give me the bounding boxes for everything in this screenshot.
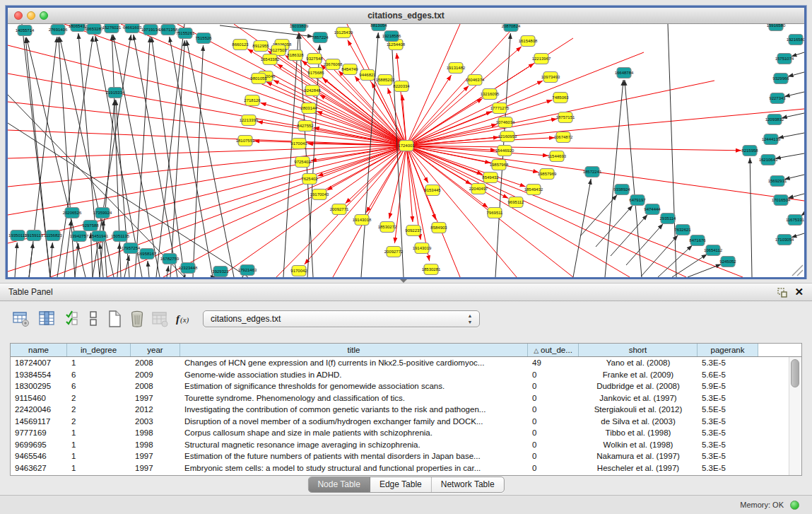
table-settings-icon[interactable]	[11, 309, 31, 329]
vertical-scrollbar[interactable]	[789, 357, 801, 475]
table-row[interactable]: 1456911722003Disruption of a novel membe…	[11, 416, 789, 428]
graph-node-label: 7485063	[552, 95, 569, 100]
scrollbar-thumb[interactable]	[791, 359, 799, 387]
graph-node-label: 75155261	[176, 31, 195, 35]
table-type-tabs: Node TableEdge TableNetwork Table	[307, 477, 504, 493]
tab-edge-table[interactable]: Edge Table	[370, 477, 432, 492]
import-table-icon	[150, 309, 170, 329]
graph-node-label: 9446821	[359, 73, 376, 77]
table-cell: 0	[528, 450, 579, 462]
table-cell: 5.3E-5	[698, 357, 758, 369]
column-header-year[interactable]: year	[131, 344, 180, 356]
column-header-pagerank[interactable]: pagerank	[698, 344, 758, 356]
status-bar: Memory: OK	[0, 495, 812, 514]
column-header-short[interactable]: short	[579, 344, 698, 356]
table-cell: Franke et al. (2009)	[579, 369, 698, 381]
tab-network-table[interactable]: Network Table	[432, 477, 504, 492]
table-cell: 14569117	[11, 416, 67, 428]
graph-node-label: 16154808	[519, 39, 538, 43]
graph-node-label: 9127503	[270, 48, 287, 52]
graph-node-label: 9297588	[82, 223, 99, 228]
table-cell: 2008	[131, 380, 180, 392]
row-height-icon[interactable]	[83, 309, 103, 329]
column-header-name[interactable]: name	[11, 344, 67, 356]
table-cell: 9699695	[11, 439, 67, 451]
graph-node-label: 8549432	[482, 175, 499, 180]
graph-node-label: 2803144	[300, 106, 317, 110]
table-selector-dropdown[interactable]: citations_edges.txt ▲▼	[203, 310, 480, 327]
graph-node-label: 9338924	[613, 187, 630, 192]
table-cell: Genome-wide association studies in ADHD.	[180, 369, 528, 381]
table-cell: 2012	[131, 404, 180, 416]
table-cell: 1	[67, 357, 131, 369]
graph-node-label: 19216580	[787, 37, 804, 42]
graph-node-label: 9725402	[294, 160, 311, 164]
table-row[interactable]: 977716911998Corpus callosum shape and si…	[11, 427, 789, 439]
table-row[interactable]: 969969511998Structural magnetic resonanc…	[11, 439, 789, 451]
graph-node-label: 9175685	[307, 71, 324, 75]
graph-node-label: 11675331	[786, 218, 804, 222]
table-row[interactable]: 2242004622012Investigating the contribut…	[11, 404, 789, 416]
graph-node-label: 19143019	[413, 246, 432, 250]
graph-node-label: 21915334	[106, 90, 125, 95]
table-row[interactable]: 911546021997Tourette syndrome. Phenomeno…	[11, 392, 789, 404]
table-toolbar: f (x) citations_edges.txt ▲▼	[0, 309, 812, 330]
table-cell: 19384554	[11, 369, 67, 381]
table-cell: 6	[67, 369, 131, 381]
table-panel-header: Table Panel ✕	[0, 283, 812, 301]
graph-node-label: 20870824	[502, 24, 521, 28]
graph-node-label: 2718126	[244, 98, 261, 103]
table-cell: 5.3E-5	[698, 392, 758, 404]
function-builder-icon[interactable]: f (x)	[174, 309, 194, 329]
graph-node-label: 20092771	[330, 207, 349, 211]
graph-node-label: 15885203	[376, 78, 395, 82]
network-canvas[interactable]: 1724001917568592428482803144842755291700…	[8, 24, 804, 277]
graph-node-label: 17957254	[122, 246, 141, 250]
tab-node-table[interactable]: Node Table	[308, 477, 370, 492]
table-cell: 5.3E-5	[698, 427, 758, 439]
column-header-out_de[interactable]: △out_de...	[528, 344, 579, 356]
graph-node-label: 8813054	[370, 24, 387, 28]
table-cell: 2003	[131, 416, 180, 428]
table-cell: 2	[67, 416, 131, 428]
table-row[interactable]: 1872400712008Changes of HCN gene express…	[11, 357, 789, 369]
close-panel-icon[interactable]: ✕	[794, 286, 804, 298]
float-panel-icon[interactable]	[777, 287, 788, 298]
graph-node-label: 8584903	[430, 226, 447, 230]
column-select-icon[interactable]	[37, 309, 57, 329]
graph-node-label: 15276021	[102, 25, 122, 30]
table-row[interactable]: 1830029562008Estimation of significance …	[11, 380, 789, 392]
table-cell: Stergiakouli et al. (2012)	[579, 404, 698, 416]
memory-status-label: Memory: OK	[740, 496, 784, 514]
table-cell: Changes of HCN gene expression and I(f) …	[180, 357, 528, 369]
table-cell: Dudbridge et al. (2008)	[579, 380, 698, 392]
table-cell: 5.3E-5	[698, 450, 758, 462]
table-cell: 22420046	[11, 404, 67, 416]
citation-network-graph[interactable]: 1724001917568592428482803144842755291700…	[8, 24, 804, 277]
table-cell: 1997	[131, 392, 180, 404]
graph-node-label: 15692931	[768, 179, 787, 183]
graph-node-label: 19131482	[447, 66, 466, 70]
graph-node-label: 8471676	[689, 238, 706, 243]
graph-node-label: 16782759	[160, 257, 180, 261]
delete-table-trash-icon[interactable]	[127, 309, 147, 329]
column-header-in_degree[interactable]: in_degree	[67, 344, 131, 356]
table-row[interactable]: 946362711997Embryonic stem cells: a mode…	[11, 462, 789, 474]
table-cell: 0	[528, 369, 579, 381]
graph-node-label: 6479197	[629, 198, 646, 202]
graph-node-label: 9695112	[508, 200, 525, 204]
table-cell: Investigating the contribution of common…	[180, 404, 528, 416]
graph-node-label: 8215958	[741, 148, 758, 153]
table-cell: 1	[67, 439, 131, 451]
select-rows-icon[interactable]	[62, 309, 82, 329]
new-document-icon[interactable]	[105, 309, 124, 329]
column-header-title[interactable]: title	[180, 344, 528, 356]
table-row[interactable]: 946554611997Estimation of the future num…	[11, 450, 789, 462]
table-row[interactable]: 1938455462009Genome-wide association stu…	[11, 369, 789, 381]
network-window-titlebar[interactable]: citations_edges.txt	[8, 8, 804, 24]
table-cell: 2009	[131, 369, 180, 381]
graph-node-label: 8186328	[287, 53, 304, 57]
resize-grip-icon[interactable]	[792, 265, 803, 276]
svg-text:(x): (x)	[180, 315, 189, 325]
table-cell: 0	[528, 427, 579, 439]
